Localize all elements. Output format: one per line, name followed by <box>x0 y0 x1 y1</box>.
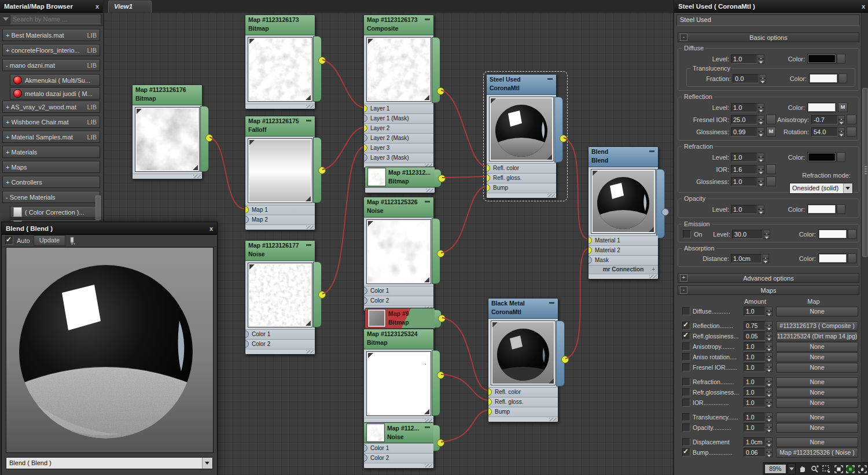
refraction-color-swatch[interactable] <box>807 152 836 162</box>
node-material-black-metal[interactable]: Black Metal CoronaMtl <box>488 298 558 422</box>
zoom-extents-icon[interactable] <box>833 464 844 474</box>
node-slot[interactable]: Layer 1 <box>364 104 433 113</box>
spinner-down-icon[interactable] <box>766 347 773 351</box>
node-output-socket[interactable] <box>560 135 567 142</box>
node-resize-handle[interactable] <box>245 104 315 109</box>
map-shortcut-button[interactable] <box>766 164 776 174</box>
map-slot-button[interactable]: None <box>776 413 858 422</box>
slot-input-socket[interactable] <box>364 454 367 462</box>
node-slot[interactable]: Map 2 <box>245 215 315 224</box>
spinner-down-icon[interactable] <box>766 417 773 422</box>
node-output-socket[interactable] <box>437 87 444 95</box>
spinner-down-icon[interactable] <box>766 428 773 432</box>
minimize-icon[interactable] <box>425 19 430 20</box>
parameters-titlebar[interactable]: Steel Used ( CoronaMtl ) x <box>674 0 868 13</box>
spinner-down-icon[interactable] <box>766 367 773 372</box>
spinner-up-icon[interactable] <box>766 332 773 336</box>
browser-item[interactable]: + Materials <box>2 146 100 158</box>
zoom-level-field[interactable]: 89% <box>764 464 786 474</box>
spinner-down-icon[interactable] <box>759 79 766 83</box>
slot-input-socket[interactable] <box>364 134 367 142</box>
node-slot[interactable]: Color 1 <box>364 443 433 453</box>
node-output-socket[interactable] <box>318 167 326 174</box>
refraction-mode-dropdown[interactable]: Onesided (solid) <box>789 183 853 194</box>
slot-input-socket[interactable] <box>364 154 367 161</box>
map-amount-spinner[interactable]: 0.75 <box>744 321 773 330</box>
spinner-down-icon[interactable] <box>838 120 845 124</box>
map-amount-spinner[interactable]: 1.0 <box>744 307 773 316</box>
browser-item[interactable]: + Wishbone Chair.mat LIB <box>2 116 100 128</box>
spinner-down-icon[interactable] <box>762 259 769 263</box>
minimize-icon[interactable] <box>649 150 654 152</box>
node-resize-handle[interactable] <box>589 274 658 279</box>
slot-input-socket[interactable] <box>364 444 367 452</box>
node-noise-1123125326[interactable]: Map #1123125326 Noise Color 1 Color 2 <box>363 197 434 311</box>
map-slot-button[interactable]: None <box>776 437 858 447</box>
node-output-socket[interactable] <box>437 250 444 257</box>
spinner-up-icon[interactable] <box>766 437 773 442</box>
map-shortcut-button[interactable] <box>847 115 856 124</box>
map-slot-button[interactable]: None <box>776 388 858 397</box>
search-dropdown-icon[interactable] <box>2 15 10 23</box>
spinner-up-icon[interactable] <box>757 54 764 59</box>
spinner-up-icon[interactable] <box>838 127 845 132</box>
node-noise-1123126177[interactable]: Map #1123126177 Noise Color 1 Color 2 <box>245 240 315 355</box>
spinner-up-icon[interactable] <box>766 377 773 382</box>
spinner-down-icon[interactable] <box>766 382 773 386</box>
diffuse-color-swatch[interactable] <box>807 54 836 64</box>
map-amount-spinner[interactable]: 1.0 <box>744 342 773 351</box>
color-map-button[interactable] <box>837 152 845 162</box>
map-slot-button[interactable]: Map #1123125326 ( Noise ) <box>776 448 858 458</box>
node-resize-handle[interactable] <box>364 463 433 468</box>
material-name-field[interactable]: Steel Used <box>676 14 860 26</box>
browser-titlebar[interactable]: Material/Map Browser x <box>0 0 103 13</box>
node-slot[interactable]: Layer 3 (Mask) <box>364 153 433 163</box>
spinner-down-icon[interactable] <box>757 182 764 186</box>
node-slot[interactable]: Refl. color <box>488 387 558 397</box>
map-slot-button[interactable]: None <box>776 377 858 387</box>
map-slot-button[interactable]: None <box>776 307 858 316</box>
node-bitmap-1123126173[interactable]: Map #1123126173 Bitmap <box>245 14 315 109</box>
spinner-up-icon[interactable] <box>766 321 773 326</box>
map-slot-button[interactable]: #1123126173 ( Composite ) <box>776 321 858 331</box>
node-output-socket[interactable] <box>661 208 669 216</box>
rollout-maps[interactable]: - Maps <box>678 285 859 295</box>
map-enable-checkbox[interactable] <box>682 424 690 432</box>
map-enable-checkbox[interactable] <box>682 353 690 361</box>
node-slot[interactable]: Map 1 <box>245 205 315 215</box>
spinner-up-icon[interactable] <box>757 127 764 132</box>
minimize-icon[interactable] <box>425 201 430 202</box>
node-slot[interactable]: Mask <box>589 255 658 265</box>
collapse-icon[interactable]: - <box>680 34 687 41</box>
browser-item[interactable]: - mano dazni.mat LIB <box>2 59 100 71</box>
refraction-level-spinner[interactable]: 1.0 <box>731 153 764 162</box>
spinner-down-icon[interactable] <box>838 132 845 137</box>
slot-input-socket[interactable] <box>364 297 367 304</box>
spinner-up-icon[interactable] <box>757 153 764 157</box>
map-enable-checkbox[interactable] <box>682 448 690 456</box>
node-output-socket[interactable] <box>437 439 444 447</box>
blend-window-titlebar[interactable]: Blend ( Blend ) x <box>2 222 217 235</box>
node-resize-handle[interactable] <box>245 224 315 230</box>
map-enable-checkbox[interactable] <box>682 399 690 407</box>
slot-input-socket[interactable] <box>364 124 367 132</box>
map-slot-button[interactable]: None <box>776 423 858 433</box>
node-slot[interactable]: Material 1 <box>589 235 658 245</box>
spinner-down-icon[interactable] <box>757 157 764 162</box>
pan-to-selected-icon[interactable] <box>857 464 868 474</box>
slot-input-socket[interactable] <box>589 237 592 244</box>
rotation-spinner[interactable]: 54.0 <box>811 127 845 137</box>
spinner-down-icon[interactable] <box>766 392 773 397</box>
slot-input-socket[interactable] <box>245 206 249 213</box>
browser-scrollbar-thumb[interactable] <box>95 196 101 220</box>
emission-on-checkbox[interactable] <box>683 230 691 238</box>
node-output-socket[interactable] <box>437 371 444 379</box>
map-enable-checkbox[interactable] <box>682 378 690 386</box>
color-map-button[interactable] <box>848 229 856 239</box>
node-material-blend[interactable]: Blend Blend <box>588 146 659 279</box>
node-output-tab[interactable] <box>313 36 322 102</box>
map-amount-spinner[interactable]: 1.0 <box>744 398 773 407</box>
map-amount-spinner[interactable]: 0.05 <box>744 332 773 341</box>
minimize-icon[interactable] <box>549 302 554 304</box>
browser-item[interactable]: - Scene Materials <box>2 191 100 203</box>
